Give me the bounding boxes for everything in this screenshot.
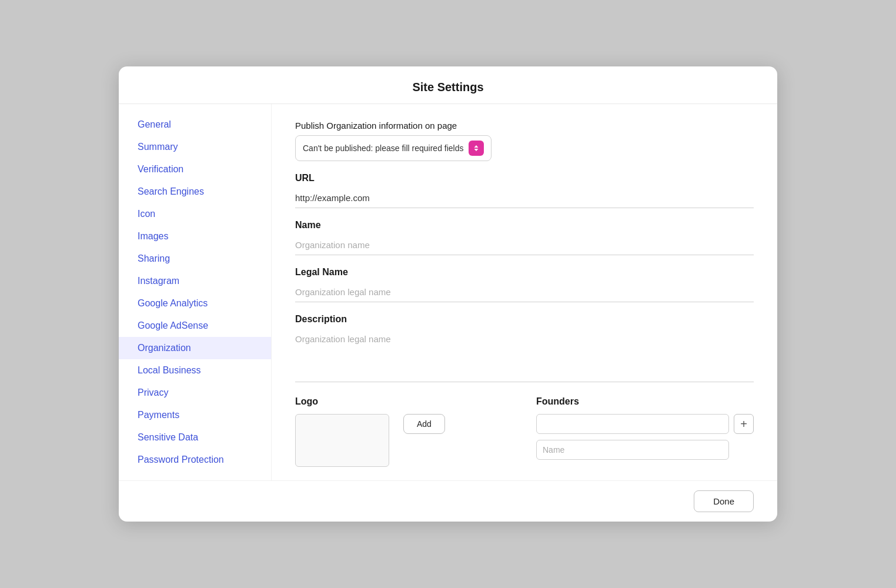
sidebar-item-verification[interactable]: Verification bbox=[119, 158, 271, 181]
publish-select-wrapper[interactable]: Can't be published: please fill required… bbox=[295, 135, 492, 161]
sidebar-item-privacy[interactable]: Privacy bbox=[119, 382, 271, 404]
logo-add-row: Add bbox=[295, 414, 513, 467]
logo-label: Logo bbox=[295, 396, 513, 407]
founder-name-row bbox=[536, 440, 754, 460]
publish-select-text: Can't be published: please fill required… bbox=[303, 143, 464, 153]
founders-input-wrapper: + bbox=[536, 414, 754, 434]
modal-title: Site Settings bbox=[119, 81, 777, 94]
legal-name-section: Legal Name bbox=[295, 267, 754, 302]
sidebar-item-organization[interactable]: Organization bbox=[119, 337, 271, 359]
logo-placeholder bbox=[295, 414, 389, 467]
sidebar-item-general[interactable]: General bbox=[119, 113, 271, 136]
legal-name-input[interactable] bbox=[295, 282, 754, 302]
sidebar-item-password-protection[interactable]: Password Protection bbox=[119, 449, 271, 471]
sidebar-item-instagram[interactable]: Instagram bbox=[119, 270, 271, 292]
sidebar-item-search-engines[interactable]: Search Engines bbox=[119, 181, 271, 203]
founder-name-input[interactable] bbox=[536, 440, 729, 460]
logo-section: Logo Add bbox=[295, 396, 513, 467]
sidebar-item-local-business[interactable]: Local Business bbox=[119, 359, 271, 382]
sidebar-item-sensitive-data[interactable]: Sensitive Data bbox=[119, 426, 271, 449]
sidebar-item-google-adsense[interactable]: Google AdSense bbox=[119, 315, 271, 337]
sidebar-item-summary[interactable]: Summary bbox=[119, 136, 271, 158]
url-label: URL bbox=[295, 173, 754, 183]
publish-section: Publish Organization information on page… bbox=[295, 121, 754, 161]
sidebar: General Summary Verification Search Engi… bbox=[119, 104, 272, 480]
main-content: Publish Organization information on page… bbox=[272, 104, 777, 480]
description-label: Description bbox=[295, 314, 754, 325]
sidebar-item-images[interactable]: Images bbox=[119, 225, 271, 248]
logo-founders-row: Logo Add Founders + bbox=[295, 396, 754, 467]
sidebar-item-payments[interactable]: Payments bbox=[119, 404, 271, 426]
description-section: Description bbox=[295, 314, 754, 385]
publish-label: Publish Organization information on page bbox=[295, 121, 754, 131]
name-section: Name bbox=[295, 220, 754, 255]
sidebar-item-sharing[interactable]: Sharing bbox=[119, 248, 271, 270]
founders-section: Founders + bbox=[536, 396, 754, 467]
site-settings-modal: Site Settings General Summary Verificati… bbox=[119, 66, 777, 522]
add-founder-button[interactable]: + bbox=[734, 414, 754, 434]
modal-footer: Done bbox=[119, 480, 777, 522]
legal-name-label: Legal Name bbox=[295, 267, 754, 278]
founders-input[interactable] bbox=[536, 414, 729, 434]
name-input[interactable] bbox=[295, 235, 754, 255]
chevron-updown-icon bbox=[472, 143, 481, 153]
add-logo-button[interactable]: Add bbox=[403, 414, 445, 434]
sidebar-item-icon[interactable]: Icon bbox=[119, 203, 271, 225]
publish-select-icon[interactable] bbox=[469, 141, 484, 156]
modal-header: Site Settings bbox=[119, 66, 777, 104]
description-input[interactable] bbox=[295, 329, 754, 382]
sidebar-item-google-analytics[interactable]: Google Analytics bbox=[119, 292, 271, 315]
name-label: Name bbox=[295, 220, 754, 230]
url-input[interactable] bbox=[295, 188, 754, 208]
modal-body: General Summary Verification Search Engi… bbox=[119, 104, 777, 480]
founders-label: Founders bbox=[536, 396, 754, 407]
url-section: URL bbox=[295, 173, 754, 208]
done-button[interactable]: Done bbox=[694, 490, 754, 512]
